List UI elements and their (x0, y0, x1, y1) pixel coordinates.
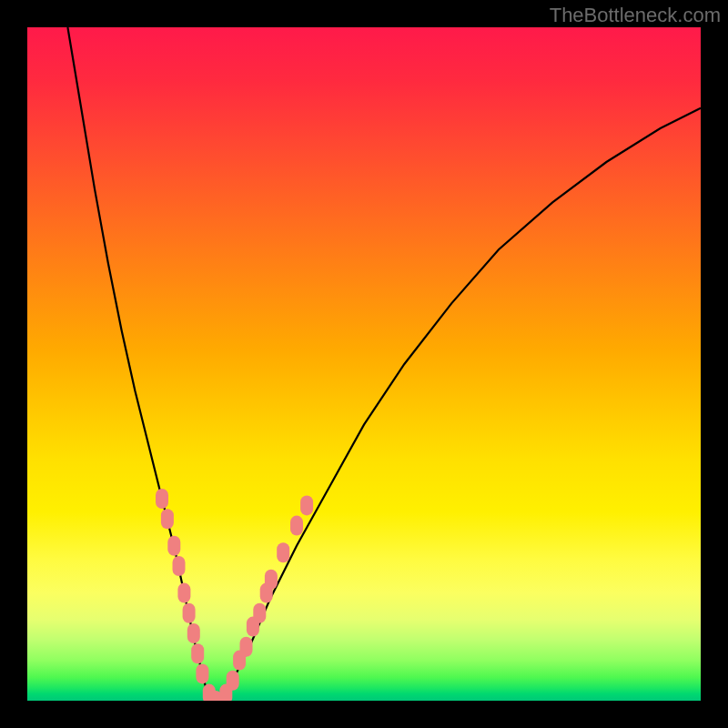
marker-point (173, 556, 186, 576)
marker-point (187, 623, 200, 643)
chart-svg (27, 27, 701, 701)
marker-group (156, 489, 313, 701)
marker-point (161, 509, 174, 529)
marker-point (227, 671, 239, 691)
marker-point (156, 489, 168, 509)
marker-point (253, 603, 266, 623)
marker-point (191, 643, 204, 663)
attribution-text: TheBottleneck.com (550, 4, 721, 27)
marker-point (167, 536, 180, 556)
marker-point (277, 542, 289, 562)
marker-point (196, 663, 208, 683)
marker-point (300, 495, 313, 515)
marker-point (240, 637, 253, 657)
marker-point (183, 603, 196, 623)
marker-point (265, 570, 278, 590)
bottleneck-curve-line (67, 27, 701, 701)
marker-point (290, 516, 303, 536)
chart-plot-area (27, 27, 701, 701)
marker-point (177, 583, 190, 603)
